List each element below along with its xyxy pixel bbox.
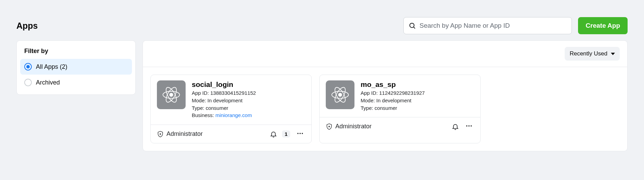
app-icon bbox=[157, 80, 186, 109]
app-id: App ID: 1124292298231927 bbox=[361, 89, 425, 97]
svg-point-15 bbox=[471, 125, 472, 127]
filter-item-all-apps[interactable]: All Apps (2) bbox=[20, 59, 132, 75]
sort-label: Recently Used bbox=[569, 50, 607, 57]
app-business: Business: miniorange.com bbox=[192, 112, 256, 119]
app-type: Type: consumer bbox=[361, 104, 425, 112]
page-title: Apps bbox=[16, 21, 38, 31]
svg-point-8 bbox=[302, 133, 303, 134]
more-button[interactable] bbox=[464, 121, 474, 132]
create-app-button[interactable]: Create App bbox=[578, 17, 628, 34]
bell-icon[interactable] bbox=[270, 130, 277, 138]
search-input[interactable] bbox=[419, 22, 567, 29]
app-mode: Mode: In development bbox=[361, 97, 425, 104]
svg-point-14 bbox=[468, 125, 470, 127]
dots-icon bbox=[296, 130, 304, 137]
filter-title: Filter by bbox=[20, 48, 132, 59]
more-button[interactable] bbox=[295, 128, 305, 140]
app-business-link[interactable]: miniorange.com bbox=[215, 112, 252, 118]
app-card[interactable]: mo_as_sp App ID: 1124292298231927 Mode: … bbox=[319, 75, 481, 143]
svg-point-0 bbox=[410, 23, 414, 28]
app-icon bbox=[326, 80, 354, 109]
svg-line-1 bbox=[414, 27, 415, 28]
filter-item-archived[interactable]: Archived bbox=[20, 75, 132, 90]
app-name: social_login bbox=[192, 80, 256, 89]
app-role: Administrator bbox=[326, 123, 372, 130]
dots-icon bbox=[465, 122, 473, 130]
caret-down-icon bbox=[611, 53, 615, 55]
notification-badge: 1 bbox=[282, 130, 290, 138]
app-role: Administrator bbox=[157, 130, 203, 138]
svg-point-13 bbox=[466, 125, 468, 127]
svg-point-2 bbox=[170, 93, 173, 96]
svg-point-9 bbox=[338, 93, 341, 96]
app-mode: Mode: In development bbox=[192, 97, 256, 104]
app-card[interactable]: social_login App ID: 1388330415291152 Mo… bbox=[150, 75, 312, 143]
apps-panel: Recently Used social bbox=[143, 40, 628, 151]
search-input-wrap[interactable] bbox=[403, 17, 572, 34]
radio-icon bbox=[24, 79, 32, 86]
app-id: App ID: 1388330415291152 bbox=[192, 89, 256, 97]
shield-star-icon bbox=[157, 131, 164, 138]
app-name: mo_as_sp bbox=[361, 80, 425, 89]
filter-item-label: Archived bbox=[36, 79, 60, 86]
svg-point-6 bbox=[297, 133, 299, 134]
search-icon bbox=[408, 22, 416, 29]
app-type: Type: consumer bbox=[192, 104, 256, 112]
shield-star-icon bbox=[326, 123, 333, 130]
filter-panel: Filter by All Apps (2) Archived bbox=[16, 40, 136, 95]
bell-icon[interactable] bbox=[452, 123, 459, 130]
filter-item-label: All Apps (2) bbox=[36, 63, 67, 70]
sort-dropdown[interactable]: Recently Used bbox=[565, 47, 620, 61]
radio-icon bbox=[24, 63, 32, 70]
svg-point-7 bbox=[299, 133, 301, 134]
